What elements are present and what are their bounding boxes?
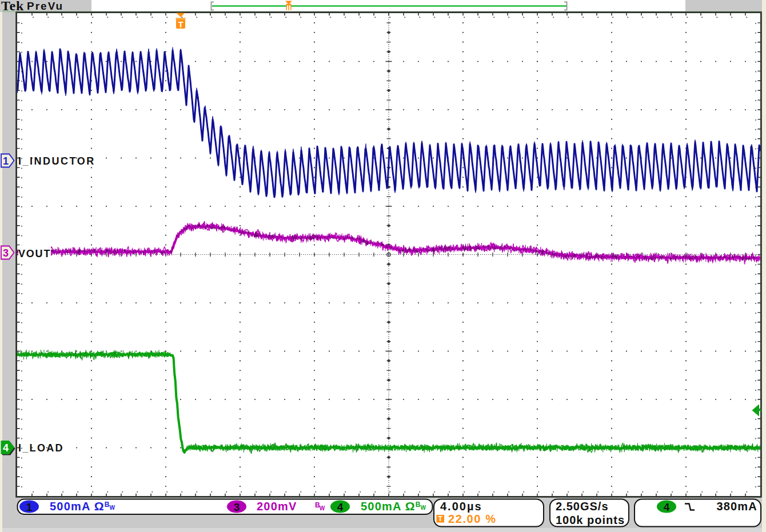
svg-text:I_LOAD: I_LOAD bbox=[18, 442, 64, 454]
svg-text:3: 3 bbox=[234, 501, 240, 513]
svg-text:4.00µs: 4.00µs bbox=[440, 500, 482, 513]
svg-text:1: 1 bbox=[3, 155, 9, 167]
svg-text:4: 4 bbox=[664, 501, 670, 513]
svg-text:3: 3 bbox=[3, 247, 9, 259]
svg-text:4: 4 bbox=[3, 442, 9, 454]
svg-text:2.50GS/s: 2.50GS/s bbox=[556, 500, 609, 513]
svg-text:22.00 %: 22.00 % bbox=[448, 513, 497, 525]
svg-text:380mA: 380mA bbox=[716, 500, 757, 513]
svg-text:200mV: 200mV bbox=[257, 500, 297, 513]
svg-text:PreVu: PreVu bbox=[27, 0, 63, 12]
svg-text:1: 1 bbox=[26, 501, 33, 513]
svg-text:I_INDUCTOR: I_INDUCTOR bbox=[18, 155, 95, 167]
svg-text:T: T bbox=[178, 19, 183, 29]
svg-text:T: T bbox=[438, 515, 443, 523]
svg-text:VOUT: VOUT bbox=[18, 248, 51, 259]
svg-text:4: 4 bbox=[337, 501, 344, 513]
svg-text:Tek: Tek bbox=[1, 0, 24, 13]
svg-text:100k points: 100k points bbox=[556, 514, 625, 526]
